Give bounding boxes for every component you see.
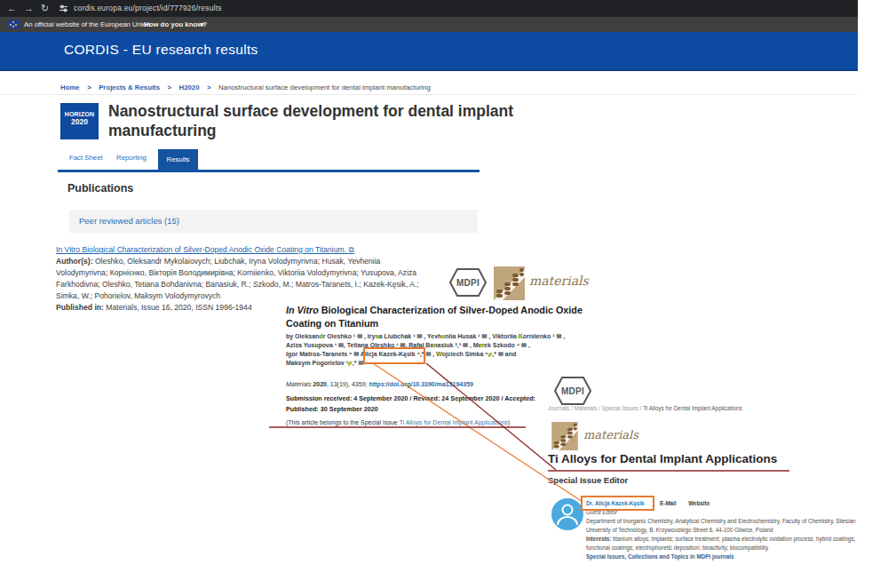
orcid-icon[interactable] <box>348 362 352 365</box>
special-issue-editor-heading: Special Issue Editor <box>548 475 628 485</box>
article-published-in: Published in: Materials, Issue 16, 2020,… <box>56 302 252 314</box>
article-authors-line: Author(s): Oleshko, Oleksandr Mykolaiovy… <box>56 256 380 267</box>
svg-text:MDPI: MDPI <box>456 278 480 288</box>
back-icon[interactable]: ← <box>7 2 17 15</box>
breadcrumb-home[interactable]: Home <box>60 83 80 91</box>
mdpi-logo[interactable]: MDPI <box>449 267 487 298</box>
orcid-icon[interactable] <box>441 335 445 338</box>
editor-header-row: Dr. Alicja Kazek-Kęsik E-Mail Website <box>586 500 710 506</box>
breadcrumb-projects-results[interactable]: Projects & Results <box>99 83 160 91</box>
tab-results[interactable]: Results <box>158 149 198 170</box>
peer-reviewed-accordion[interactable]: Peer reviewed articles (15) <box>69 210 478 233</box>
horizon-2020-badge: HORIZON 2020 <box>60 103 99 139</box>
refresh-icon[interactable]: ↻ <box>41 2 49 15</box>
cordis-header: CORDIS - EU research results <box>0 32 858 71</box>
mdpi-breadcrumb[interactable]: Journals / Materials / Special Issues / … <box>548 405 742 411</box>
paper-authors-line: Maksym Pogorielov ¹,⁷,* ✉ <box>286 360 363 367</box>
page-title-line2: manufacturing <box>108 121 552 140</box>
svg-text:MDPI: MDPI <box>561 386 584 396</box>
breadcrumb-current: Nanostructural surface development for d… <box>218 83 431 91</box>
article-link-text: In Vitro Biological Characterization of … <box>56 245 346 254</box>
tab-reporting[interactable]: Reporting <box>116 154 147 162</box>
eu-official-banner: An official website of the European Unio… <box>0 17 858 32</box>
breadcrumb-separator: > <box>164 83 176 91</box>
url-bar[interactable]: cordis.europa.eu/project/id/777926/resul… <box>74 4 222 12</box>
editor-role: Guest Editor <box>586 509 617 515</box>
chevron-down-icon[interactable]: ▾ <box>201 20 204 28</box>
badge-line2: 2020 <box>60 117 99 126</box>
breadcrumb: Home > Projects & Results > H2020 > Nano… <box>60 77 431 93</box>
highlighted-author[interactable]: Alicja Kazek-Kęsik <box>361 351 416 357</box>
page-title-line1: Nanostructural surface development for d… <box>108 101 552 121</box>
orcid-icon[interactable] <box>319 335 322 338</box>
editor-email-link[interactable]: E-Mail <box>660 500 677 506</box>
site-settings-icon[interactable] <box>59 4 68 13</box>
paper-citation: Materials 2020, 13(19), 4359; https://do… <box>286 381 473 387</box>
eu-banner-text: An official website of the European Unio… <box>24 20 150 28</box>
external-link-icon: ⧉ <box>348 245 353 254</box>
special-issue-note: (This article belongs to the Special Iss… <box>286 419 510 425</box>
orcid-icon[interactable] <box>488 353 492 356</box>
editor-name-link[interactable]: Dr. Alicja Kazek-Kęsik <box>586 500 645 506</box>
special-issue-link[interactable]: Ti Alloys for Dental Implant Application… <box>400 419 508 425</box>
paper-authors-line: Igor Matros-Taranets ⁵ ✉ Alicja Kazek-Kę… <box>286 351 516 358</box>
cordis-title[interactable]: CORDIS - EU research results <box>64 42 258 58</box>
orcid-icon[interactable] <box>432 344 436 347</box>
mdpi-logo[interactable]: MDPI <box>554 376 591 406</box>
browser-toolbar: ← → ↻ cordis.europa.eu/project/id/777926… <box>0 0 858 17</box>
eu-flag-icon <box>7 20 20 28</box>
tab-fact-sheet[interactable]: Fact Sheet <box>69 154 103 162</box>
paper-title: In Vitro Biological Characterization of … <box>286 304 583 330</box>
divider <box>0 94 858 95</box>
breadcrumb-h2020[interactable]: H2020 <box>179 83 200 91</box>
authors-label: Author(s): <box>56 257 93 266</box>
published-date: Published: 30 September 2020 <box>286 405 378 413</box>
doi-link[interactable]: https://doi.org/10.3390/ma13194359 <box>369 381 473 387</box>
article-link[interactable]: In Vitro Biological Characterization of … <box>56 244 354 256</box>
article-authors-line: Farkhodivna; Oleshko, Tetiana Bohdanivna… <box>56 279 419 290</box>
orcid-icon[interactable] <box>438 353 441 356</box>
orcid-icon[interactable] <box>376 335 379 338</box>
mdpi-overlay2-bg <box>542 369 888 574</box>
materials-journal-logo[interactable] <box>551 422 579 450</box>
special-issue-title: Ti Alloys for Dental Implant Application… <box>548 452 777 465</box>
paper-authors-line: Aziza Yusupova ¹ ✉, Tetiana Oleshko ¹ ✉,… <box>286 342 530 349</box>
page-title: Nanostructural surface development for d… <box>108 101 552 140</box>
editor-interests: Interests: titanium alloys; implants; su… <box>586 536 855 542</box>
orcid-icon[interactable] <box>518 335 521 338</box>
editor-affiliation: Department of Inorganic Chemistry, Analy… <box>586 518 855 524</box>
editor-avatar <box>551 497 584 531</box>
materials-wordmark: materials <box>583 428 638 441</box>
peer-reviewed-label: Peer reviewed articles (15) <box>79 216 179 226</box>
editor-special-issues-link[interactable]: Special Issues, Collections and Topics i… <box>586 553 733 560</box>
tab-underline <box>58 170 480 172</box>
article-authors-line: Volodymyrivna; Корнієнко, Вікторія Волод… <box>56 267 416 279</box>
orcid-icon[interactable] <box>480 344 483 347</box>
editor-interests: functional coatings; electrophoretic dep… <box>586 544 768 551</box>
editor-website-link[interactable]: Website <box>688 500 710 506</box>
breadcrumb-separator: > <box>203 83 215 91</box>
published-label: Published in: <box>56 303 104 312</box>
editor-affiliation: University of Technology, B. Krzywousteg… <box>586 527 773 533</box>
how-do-you-know-link[interactable]: How do you know? <box>144 20 207 28</box>
materials-journal-logo[interactable] <box>494 266 525 300</box>
badge-line1: HORIZON <box>60 111 99 117</box>
publications-heading: Publications <box>67 182 133 195</box>
forward-icon[interactable]: → <box>24 2 34 15</box>
breadcrumb-separator: > <box>83 83 95 91</box>
article-authors-line: Simka, W.; Pohorielov, Maksym Volodymyro… <box>56 290 220 302</box>
paper-authors-line: by Oleksandr Oleshko ¹ ✉ , Iryna Liubcha… <box>286 333 565 340</box>
materials-wordmark: materials <box>529 274 589 288</box>
submission-dates: Submission received: 4 September 2020 / … <box>286 394 535 402</box>
